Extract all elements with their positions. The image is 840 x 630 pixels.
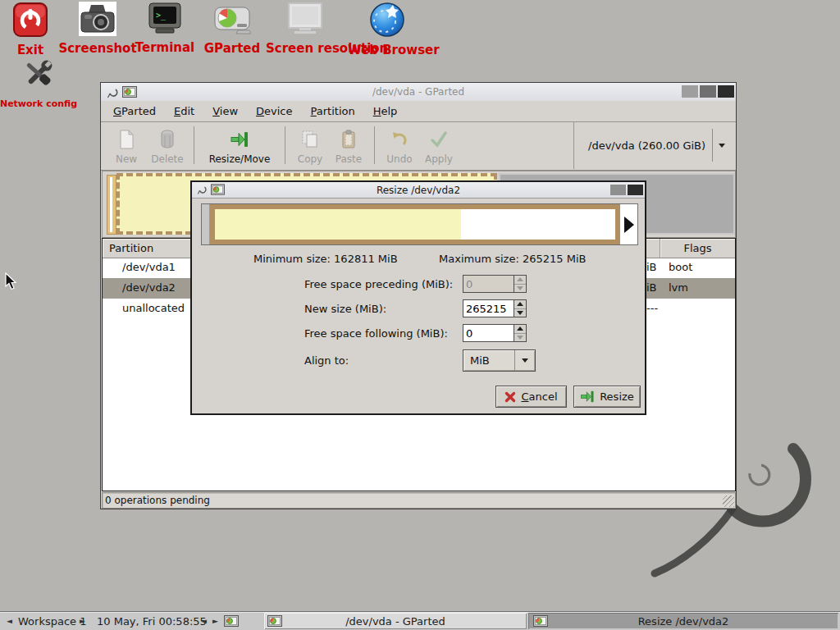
copy-button[interactable]: Copy — [291, 125, 329, 165]
close-button[interactable] — [718, 85, 734, 98]
task-label: Resize /dev/vda2 — [528, 615, 838, 628]
spinner-buttons[interactable] — [514, 275, 527, 293]
menu-view[interactable]: View — [203, 102, 247, 121]
menu-gparted[interactable]: GParted — [104, 102, 165, 121]
cancel-button[interactable]: Cancel — [495, 386, 567, 408]
free-space-preceding-label: Free space preceding (MiB): — [304, 278, 453, 290]
task-prev-button[interactable]: ◄ — [201, 612, 207, 630]
toolbar-separator — [285, 126, 285, 164]
free-space-following-input[interactable] — [463, 324, 514, 342]
gparted-titlebar[interactable]: /dev/vda - GParted — [101, 83, 736, 102]
spin-down-icon — [517, 311, 523, 315]
dialog-titlebar[interactable]: Resize /dev/vda2 — [192, 182, 645, 199]
maximize-button[interactable] — [610, 185, 626, 195]
menu-device[interactable]: Device — [247, 102, 301, 121]
new-button[interactable]: New — [106, 125, 147, 165]
maximize-button[interactable] — [700, 85, 716, 98]
undo-icon — [390, 130, 409, 148]
desktop-icon-label: Network config — [0, 98, 78, 109]
toolbar-separator — [573, 122, 574, 169]
new-partition-icon — [117, 130, 135, 149]
align-to-dropdown[interactable]: MiB — [463, 349, 536, 372]
resize-arrow-icon — [580, 390, 595, 404]
toolbar: New Delete — [101, 122, 736, 171]
resize-right-handle[interactable] — [620, 204, 637, 244]
apply-check-icon — [429, 130, 449, 148]
icon-box[interactable] — [224, 614, 239, 628]
status-bar: 0 operations pending — [102, 492, 736, 509]
partition-graphic-vda1[interactable] — [107, 175, 116, 235]
gparted-disk-icon — [213, 3, 251, 36]
column-header-flags[interactable]: Flags — [660, 239, 735, 258]
toolbar-separator — [374, 126, 375, 164]
spin-down-icon — [517, 286, 523, 290]
desktop-icon-label: GParted — [193, 41, 272, 56]
resize-move-icon — [230, 130, 249, 148]
dialog-title: Resize /dev/vda2 — [192, 185, 645, 196]
window-title: /dev/vda - GParted — [101, 86, 736, 98]
minimize-button[interactable] — [682, 85, 698, 98]
resize-left-handle[interactable] — [202, 204, 210, 244]
workspace-label: Workspace 1 — [18, 612, 86, 630]
device-selector-dropdown[interactable] — [712, 129, 731, 162]
resize-move-button[interactable]: Resize/Move — [200, 125, 279, 165]
taskbar: ◄ Workspace 1 ► 10 May, Fri 00:58:55 ◄ ►… — [0, 611, 840, 630]
menu-help[interactable]: Help — [364, 102, 407, 121]
menu-partition[interactable]: Partition — [302, 102, 364, 121]
terminal-icon: >_ — [148, 2, 182, 35]
resize-slider-widget[interactable] — [201, 203, 638, 245]
cancel-button-label: Cancel — [521, 390, 557, 403]
chevron-down-icon — [719, 144, 725, 148]
align-to-value: MiB — [463, 354, 514, 367]
taskbar-task-gparted[interactable]: /dev/vda - GParted — [264, 613, 527, 629]
workspace-prev-button[interactable]: ◄ — [7, 612, 12, 630]
free-space-following-label: Free space following (MiB): — [304, 327, 448, 340]
desktop-icon-screen-resolution[interactable]: Screen resolution — [266, 2, 345, 56]
desktop-icon-label: Screen resolution — [266, 41, 345, 56]
resize-button-label: Resize — [600, 390, 634, 403]
paste-button[interactable]: Paste — [329, 125, 368, 165]
clock: 10 May, Fri 00:58:55 — [97, 612, 207, 630]
align-to-label: Align to: — [304, 354, 349, 367]
undo-button[interactable]: Undo — [381, 125, 418, 165]
close-button[interactable] — [628, 185, 643, 195]
paste-icon — [340, 130, 357, 149]
toolbar-separator — [194, 126, 194, 164]
device-selector[interactable]: /dev/vda (260.00 GiB) — [580, 129, 731, 162]
new-size-input[interactable] — [463, 299, 514, 317]
free-space-following-spinbox[interactable] — [463, 324, 527, 342]
operations-pending-text: 0 operations pending — [103, 493, 735, 506]
tools-icon — [19, 57, 58, 94]
resize-grip[interactable] — [723, 495, 734, 507]
maximum-size-label: Maximum size: 265215 MiB — [439, 253, 586, 265]
apply-button[interactable]: Apply — [418, 125, 459, 165]
menubar: GParted Edit View Device Partition Help — [101, 101, 736, 122]
spin-up-icon — [517, 277, 523, 281]
new-size-spinbox[interactable] — [463, 299, 527, 317]
workspace-next-button[interactable]: ► — [80, 612, 85, 630]
resize-partition-extent — [210, 204, 620, 244]
cancel-x-icon — [504, 391, 516, 403]
desktop-icon-network-config[interactable]: Network config — [0, 57, 78, 109]
svg-text:>_: >_ — [156, 11, 167, 21]
mouse-cursor — [5, 272, 18, 290]
resize-dialog: Resize /dev/vda2 Minimum size: 162811 Mi… — [190, 180, 646, 415]
taskbar-task-resize-dialog[interactable]: Resize /dev/vda2 — [528, 613, 838, 629]
free-space-preceding-spinbox[interactable] — [463, 275, 527, 293]
desktop-icon-label: Web Browser — [348, 43, 427, 57]
resize-button[interactable]: Resize — [573, 386, 641, 408]
task-label: /dev/vda - GParted — [264, 615, 527, 628]
spin-up-icon — [517, 302, 523, 306]
menu-edit[interactable]: Edit — [165, 102, 203, 121]
spinner-buttons[interactable] — [514, 324, 527, 342]
delete-button[interactable]: Delete — [147, 125, 188, 165]
free-space-preceding-input[interactable] — [463, 275, 514, 293]
task-next-button[interactable]: ► — [212, 612, 218, 630]
chevron-down-icon — [514, 350, 535, 371]
minimum-size-label: Minimum size: 162811 MiB — [253, 253, 398, 265]
spinner-buttons[interactable] — [514, 299, 527, 317]
desktop-icon-gparted[interactable]: GParted — [193, 3, 272, 56]
desktop-icon-web-browser[interactable]: Web Browser — [348, 2, 427, 57]
new-size-label: New size (MiB): — [304, 303, 386, 315]
resize-bar-used — [215, 209, 461, 240]
